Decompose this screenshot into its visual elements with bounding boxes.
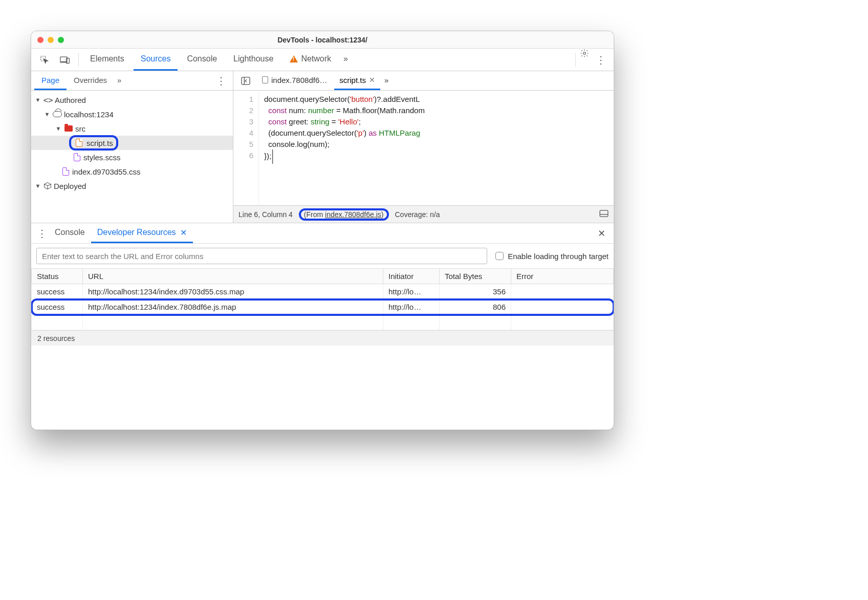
folder-icon xyxy=(64,125,73,132)
navigator-tabs: Page Overrides » ⋮ xyxy=(31,71,233,91)
tab-network[interactable]: Network xyxy=(283,49,338,71)
cube-icon xyxy=(44,182,52,190)
drawer-tab-devresources[interactable]: Developer Resources✕ xyxy=(91,223,193,243)
svg-rect-6 xyxy=(600,210,608,217)
drawer-tab-console[interactable]: Console xyxy=(49,223,91,243)
table-row-empty xyxy=(32,315,614,330)
tree-folder-src[interactable]: ▼src xyxy=(31,121,233,136)
navigator-pane: Page Overrides » ⋮ ▼<>Authored ▼localhos… xyxy=(31,71,233,223)
editor-tabs: index.7808df6… script.ts✕ » xyxy=(233,71,614,91)
drawer-toolbar: Enable loading through target xyxy=(31,244,614,268)
cloud-icon xyxy=(53,111,62,117)
tabs-overflow[interactable]: » xyxy=(340,49,351,71)
tab-lighthouse[interactable]: Lighthouse xyxy=(226,49,280,71)
table-row[interactable]: successhttp://localhost:1234/index.7808d… xyxy=(32,299,614,315)
nav-tabs-overflow[interactable]: » xyxy=(114,71,124,90)
devtools-window: DevTools - localhost:1234/ Elements Sour… xyxy=(31,31,614,430)
tab-console[interactable]: Console xyxy=(180,49,224,71)
tree-file-script[interactable]: script.ts xyxy=(31,136,233,150)
resources-search-input[interactable] xyxy=(36,248,487,264)
table-row[interactable]: successhttp://localhost:1234/index.d9703… xyxy=(32,284,614,299)
resources-table: Status URL Initiator Total Bytes Error s… xyxy=(31,268,614,330)
nav-tab-page[interactable]: Page xyxy=(34,71,67,90)
close-drawer-icon[interactable]: ✕ xyxy=(592,223,611,243)
drawer-tabs: ⋮ Console Developer Resources✕ ✕ xyxy=(31,223,614,244)
col-error[interactable]: Error xyxy=(511,269,614,284)
table-header-row: Status URL Initiator Total Bytes Error xyxy=(32,269,614,284)
file-tree: ▼<>Authored ▼localhost:1234 ▼src script.… xyxy=(31,91,233,223)
more-menu-icon[interactable]: ⋮ xyxy=(591,49,610,71)
tree-authored[interactable]: ▼<>Authored xyxy=(31,93,233,107)
editor-tab-script[interactable]: script.ts✕ xyxy=(334,71,380,90)
drawer-more-icon[interactable]: ⋮ xyxy=(34,223,49,243)
editor-statusbar: Line 6, Column 4 (From index.7808df6e.js… xyxy=(233,205,614,223)
tab-sources[interactable]: Sources xyxy=(134,49,178,71)
inspect-icon[interactable] xyxy=(35,49,54,71)
window-title: DevTools - localhost:1234/ xyxy=(31,36,614,44)
titlebar: DevTools - localhost:1234/ xyxy=(31,31,614,49)
sourcemap-origin[interactable]: (From index.7808df6e.js) xyxy=(299,208,389,221)
warning-icon xyxy=(290,55,298,62)
enable-target-checkbox[interactable]: Enable loading through target xyxy=(495,252,609,261)
settings-icon[interactable] xyxy=(580,49,589,58)
line-gutter: 123456 xyxy=(233,91,259,205)
cursor-position: Line 6, Column 4 xyxy=(238,210,293,219)
device-toggle-icon[interactable] xyxy=(56,49,74,71)
tree-host[interactable]: ▼localhost:1234 xyxy=(31,107,233,121)
navigator-more-icon[interactable]: ⋮ xyxy=(211,71,230,90)
col-status[interactable]: Status xyxy=(32,269,83,284)
nav-tab-overrides[interactable]: Overrides xyxy=(67,71,114,90)
drawer-footer: 2 resources xyxy=(31,330,614,346)
tree-deployed[interactable]: ▼Deployed xyxy=(31,179,233,193)
col-bytes[interactable]: Total Bytes xyxy=(440,269,511,284)
tree-file-index-css[interactable]: index.d9703d55.css xyxy=(31,164,233,179)
col-initiator[interactable]: Initiator xyxy=(383,269,440,284)
close-tab-icon[interactable]: ✕ xyxy=(180,228,187,238)
code-editor[interactable]: 123456 document.querySelector('button')?… xyxy=(233,91,614,205)
tree-file-styles[interactable]: styles.scss xyxy=(31,150,233,164)
tab-elements[interactable]: Elements xyxy=(83,49,132,71)
file-icon xyxy=(262,76,268,83)
file-icon xyxy=(62,167,69,176)
col-url[interactable]: URL xyxy=(83,269,383,284)
file-icon xyxy=(76,139,82,147)
main-tabstrip: Elements Sources Console Lighthouse Netw… xyxy=(31,49,614,71)
sources-panel: Page Overrides » ⋮ ▼<>Authored ▼localhos… xyxy=(31,71,614,223)
checkbox-icon xyxy=(495,252,504,260)
editor-pane: index.7808df6… script.ts✕ » 123456 docum… xyxy=(233,71,614,223)
editor-tabs-overflow[interactable]: » xyxy=(382,71,390,90)
toggle-bottom-icon[interactable] xyxy=(599,210,609,219)
toggle-navigator-icon[interactable] xyxy=(236,71,255,90)
coverage-status: Coverage: n/a xyxy=(395,210,440,219)
svg-point-3 xyxy=(583,52,586,55)
close-tab-icon[interactable]: ✕ xyxy=(369,76,375,84)
editor-tab-index[interactable]: index.7808df6… xyxy=(257,71,332,90)
drawer: ⋮ Console Developer Resources✕ ✕ Enable … xyxy=(31,223,614,430)
file-icon xyxy=(74,153,80,161)
code-content: document.querySelector('button')?.addEve… xyxy=(259,91,425,205)
